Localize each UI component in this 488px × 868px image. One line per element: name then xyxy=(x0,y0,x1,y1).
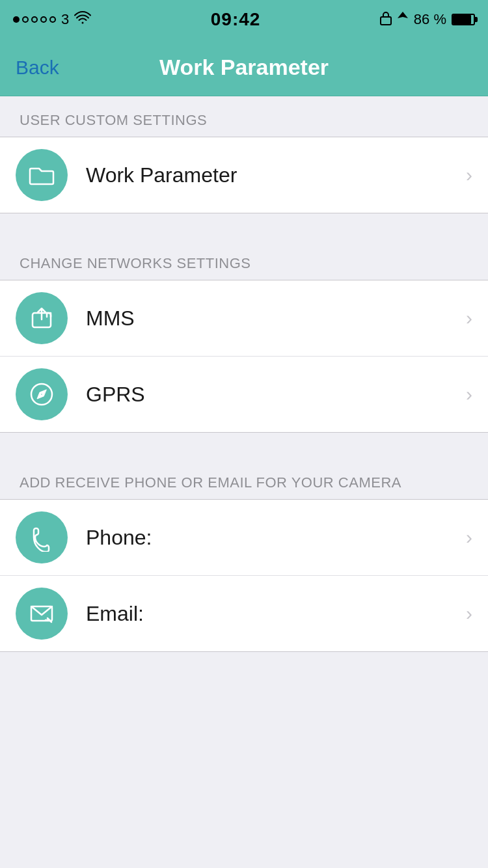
section-header-receive: ADD RECEIVE PHONE OR EMAIL FOR YOUR CAME… xyxy=(0,459,488,499)
gprs-label: GPRS xyxy=(86,383,459,407)
svg-point-0 xyxy=(82,22,84,24)
page-title: Work Parameter xyxy=(159,55,329,80)
phone-icon xyxy=(27,523,56,552)
icon-circle-gprs xyxy=(16,368,68,420)
dot-filled xyxy=(13,16,20,23)
battery-pct: 86 % xyxy=(414,11,446,28)
phone-label: Phone: xyxy=(86,526,459,550)
list-item-mms[interactable]: MMS › xyxy=(0,280,488,357)
list-item-work-parameter[interactable]: Work Parameter › xyxy=(0,137,488,213)
svg-point-5 xyxy=(40,393,43,396)
section-header-networks: CHANGE NETWORKS SETTINGS xyxy=(0,239,488,280)
list-section-receive: Phone: › Email: › xyxy=(0,499,488,652)
dot-empty-2 xyxy=(31,16,38,23)
icon-circle-mms xyxy=(16,292,68,344)
work-parameter-label: Work Parameter xyxy=(86,163,459,187)
icon-circle-folder xyxy=(16,149,68,201)
chevron-icon-mms: › xyxy=(466,307,472,329)
svg-rect-1 xyxy=(381,17,391,25)
share-icon xyxy=(27,304,56,332)
dot-empty-1 xyxy=(22,16,29,23)
compass-icon xyxy=(27,380,56,409)
list-item-phone[interactable]: Phone: › xyxy=(0,500,488,576)
folder-icon xyxy=(27,161,56,189)
status-bar: 3 09:42 86 % xyxy=(0,0,488,39)
status-left: 3 xyxy=(13,11,91,28)
section-label-user-custom: USER CUSTOM SETTINGS xyxy=(20,112,207,128)
status-right: 86 % xyxy=(380,11,475,29)
lock-icon xyxy=(380,11,392,29)
email-icon xyxy=(27,599,56,628)
dot-empty-3 xyxy=(40,16,47,23)
mms-label: MMS xyxy=(86,306,459,331)
signal-dots xyxy=(13,16,56,23)
chevron-icon-work-parameter: › xyxy=(466,164,472,186)
status-time: 09:42 xyxy=(211,9,261,30)
location-icon xyxy=(397,11,409,29)
wifi-icon xyxy=(74,11,91,28)
battery-icon xyxy=(452,14,475,25)
spacer-1 xyxy=(0,213,488,239)
icon-circle-phone xyxy=(16,511,68,563)
section-label-receive: ADD RECEIVE PHONE OR EMAIL FOR YOUR CAME… xyxy=(20,474,401,491)
bottom-spacer xyxy=(0,652,488,847)
carrier-label: 3 xyxy=(61,11,69,28)
email-label: Email: xyxy=(86,602,459,626)
list-section-user-custom: Work Parameter › xyxy=(0,137,488,213)
list-section-networks: MMS › GPRS › xyxy=(0,280,488,433)
list-item-gprs[interactable]: GPRS › xyxy=(0,357,488,432)
nav-bar: Back Work Parameter xyxy=(0,39,488,96)
battery-fill xyxy=(453,15,471,24)
section-header-user-custom: USER CUSTOM SETTINGS xyxy=(0,96,488,137)
icon-circle-email xyxy=(16,588,68,640)
chevron-icon-gprs: › xyxy=(466,383,472,405)
back-button[interactable]: Back xyxy=(16,57,59,79)
list-item-email[interactable]: Email: › xyxy=(0,576,488,651)
spacer-2 xyxy=(0,433,488,459)
chevron-icon-phone: › xyxy=(466,526,472,549)
chevron-icon-email: › xyxy=(466,603,472,625)
dot-empty-4 xyxy=(49,16,56,23)
section-label-networks: CHANGE NETWORKS SETTINGS xyxy=(20,255,251,271)
